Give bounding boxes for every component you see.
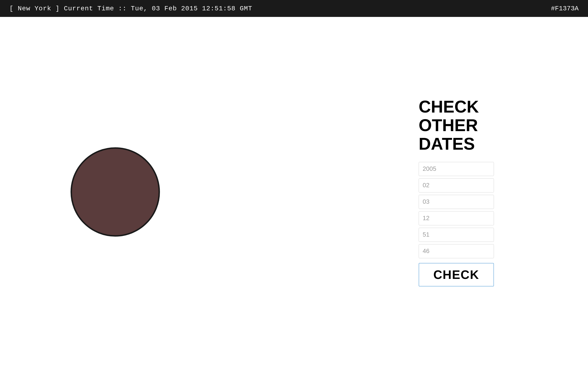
main-content: CHECK OTHER DATES CHECK: [0, 17, 588, 367]
minute-input[interactable]: [419, 228, 494, 242]
title-line-1: CHECK: [419, 97, 479, 116]
header-time-display: [ New York ] Current Time :: Tue, 03 Feb…: [9, 5, 252, 12]
circle-container: [70, 147, 160, 237]
color-circle: [70, 147, 160, 237]
hour-input[interactable]: [419, 211, 494, 225]
section-title: CHECK OTHER DATES: [419, 98, 479, 153]
year-input[interactable]: [419, 162, 494, 176]
right-panel: CHECK OTHER DATES CHECK: [419, 98, 494, 286]
day-input[interactable]: [419, 195, 494, 209]
title-line-2: OTHER: [419, 116, 478, 135]
check-button[interactable]: CHECK: [419, 263, 494, 286]
month-input[interactable]: [419, 178, 494, 192]
header-hash-display: #F1373A: [551, 5, 579, 12]
title-line-3: DATES: [419, 135, 475, 153]
header-bar: [ New York ] Current Time :: Tue, 03 Feb…: [0, 0, 588, 17]
second-input[interactable]: [419, 244, 494, 258]
